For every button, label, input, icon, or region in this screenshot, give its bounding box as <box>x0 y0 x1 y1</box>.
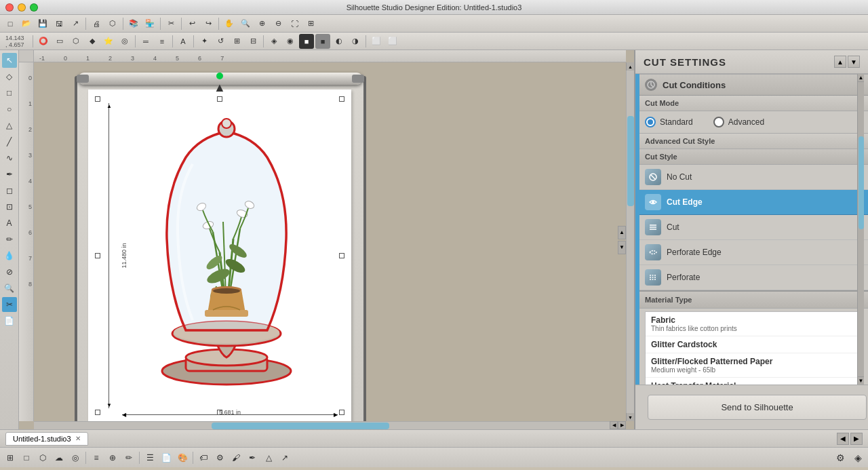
panel-down-arrow[interactable]: ▼ <box>848 56 860 68</box>
v-scroll-top-btn[interactable]: ▲ <box>626 62 634 71</box>
material-list[interactable]: Fabric Thin fabrics like cotton prints G… <box>645 311 863 385</box>
sel-handle-tm[interactable] <box>217 96 222 102</box>
group-icon[interactable]: ⊞ <box>229 34 244 49</box>
callout-tool-icon[interactable]: ◎ <box>117 34 132 49</box>
sel-handle-tr[interactable] <box>339 96 344 102</box>
scroll-down-arrow[interactable]: ▼ <box>618 241 626 254</box>
canvas-right-arrow[interactable]: ▶ <box>850 433 863 445</box>
hex-tool-icon[interactable]: ⬡ <box>68 34 83 49</box>
close-button[interactable] <box>5 3 14 12</box>
new-icon[interactable]: □ <box>3 16 18 31</box>
redo-icon[interactable]: ↪ <box>201 16 216 31</box>
bt-layers-icon[interactable]: ☰ <box>142 450 157 465</box>
vertical-scrollbar[interactable] <box>626 62 634 421</box>
bt-pages-icon[interactable]: 📄 <box>159 450 174 465</box>
lines-icon[interactable]: ≡ <box>155 34 170 49</box>
material-heat-transfer[interactable]: Heat Transfer Material Flocked <box>646 378 862 385</box>
panel-up-arrow[interactable]: ▲ <box>834 56 846 68</box>
h-scroll-right-end[interactable]: ▶ <box>618 421 626 429</box>
erase-tool[interactable]: ◻ <box>2 183 17 198</box>
bt-brush-icon[interactable]: 🖌 <box>229 450 243 465</box>
bt-polygon-icon[interactable]: △ <box>261 450 276 465</box>
h-scroll-end-arrows[interactable]: ◀ ▶ <box>610 421 626 429</box>
paint-tool[interactable]: ✏ <box>2 232 17 247</box>
rotate-icon[interactable]: ↺ <box>213 34 228 49</box>
hand-icon[interactable]: ✋ <box>222 16 237 31</box>
send-to-silhouette-button[interactable]: Send to Silhouette <box>648 395 867 420</box>
diamond-tool-icon[interactable]: ◆ <box>85 34 100 49</box>
info-icon[interactable]: ◈ <box>850 450 865 465</box>
maximize-button[interactable] <box>30 3 38 12</box>
canvas-viewport[interactable]: ▲ ▲ ▼ 11.48 <box>34 62 626 421</box>
line-icon[interactable]: ═ <box>138 34 153 49</box>
bt-circle-icon[interactable]: ◎ <box>68 450 83 465</box>
material-glitter-flocked[interactable]: Glitter/Flocked Patterned Paper Medium w… <box>646 353 862 378</box>
standard-radio[interactable]: Standard <box>645 117 693 128</box>
settings-icon[interactable]: ⚙ <box>833 450 848 465</box>
sel-handle-bl[interactable] <box>95 410 100 415</box>
material-glitter-cardstock[interactable]: Glitter Cardstock <box>646 336 862 353</box>
panel-right-scrollbar[interactable]: ▲ ▼ <box>857 74 864 385</box>
text-icon[interactable]: A <box>176 34 191 49</box>
bt-tag-icon[interactable]: 🏷 <box>196 450 211 465</box>
zoom-minus-icon[interactable]: ⊖ <box>271 16 285 31</box>
canvas-left-arrow[interactable]: ◀ <box>837 433 849 445</box>
save-as-icon[interactable]: 🖫 <box>52 16 66 31</box>
panel-scroll-area[interactable]: Cut Conditions Cut Mode Standard Advance… <box>635 74 868 385</box>
line-tool[interactable]: ╱ <box>2 134 17 149</box>
open-icon[interactable]: 📂 <box>19 16 34 31</box>
bt-palette-icon[interactable]: 🎨 <box>175 450 190 465</box>
library-icon[interactable]: 📚 <box>126 16 141 31</box>
material-fabric[interactable]: Fabric Thin fabrics like cotton prints <box>646 312 862 336</box>
undo-icon[interactable]: ↩ <box>184 16 199 31</box>
arrange1-icon[interactable]: ◐ <box>332 34 347 49</box>
fit-icon[interactable]: ⛶ <box>287 16 302 31</box>
zoom-canvas-tool[interactable]: 🔍 <box>2 281 17 296</box>
bt-edit-icon[interactable]: ✏ <box>121 450 136 465</box>
bt-arrow-icon[interactable]: ↗ <box>277 450 292 465</box>
trace-icon[interactable]: ✦ <box>197 34 212 49</box>
scroll-arrows-v[interactable]: ▲ ▼ <box>618 226 626 254</box>
advanced-radio[interactable]: Advanced <box>713 117 764 128</box>
panel-scroll-down-btn[interactable]: ▼ <box>858 376 864 385</box>
bt-add-icon[interactable]: ⊕ <box>105 450 120 465</box>
bt-grid-icon[interactable]: ⊞ <box>3 450 18 465</box>
cut-icon[interactable]: ✂ <box>163 16 178 31</box>
perforate-edge-item[interactable]: Perforate Edge <box>635 240 868 265</box>
circle-tool-icon[interactable]: ⭕ <box>36 34 51 49</box>
bt-shape-icon[interactable]: ⬡ <box>35 450 50 465</box>
print-icon[interactable]: 🖨 <box>89 16 104 31</box>
text-tool[interactable]: A <box>2 216 17 231</box>
ellipse-tool[interactable]: ○ <box>2 102 17 117</box>
zoom-plus-icon[interactable]: ⊕ <box>254 16 269 31</box>
save-icon[interactable]: 💾 <box>35 16 50 31</box>
star-tool-icon[interactable]: ⭐ <box>101 34 116 49</box>
v-scroll-bottom-btn[interactable]: ▼ <box>626 413 634 421</box>
v-scroll-thumb[interactable] <box>627 116 634 205</box>
crop-tool[interactable]: ⊡ <box>2 199 17 214</box>
minimize-button[interactable] <box>18 3 26 12</box>
bt-pen-icon[interactable]: ✒ <box>245 450 260 465</box>
h-scroll-thumb[interactable] <box>212 423 389 429</box>
bezier-tool[interactable]: ∿ <box>2 151 17 165</box>
rect-tool-icon[interactable]: ▭ <box>52 34 67 49</box>
cut-settings-tool[interactable]: ✂ <box>2 297 17 312</box>
zoom-in-icon[interactable]: 🔍 <box>238 16 253 31</box>
page-tool[interactable]: 📄 <box>2 313 17 328</box>
color2-icon[interactable]: ■ <box>315 34 330 49</box>
cut-edge-item[interactable]: Cut Edge <box>635 190 868 215</box>
sel-handle-tl[interactable] <box>95 96 100 102</box>
h-scroll-left-end[interactable]: ◀ <box>610 421 618 429</box>
canvas-area[interactable]: -1 0 1 2 3 4 5 6 7 0 1 2 3 4 5 6 7 8 <box>19 50 634 429</box>
document-tab[interactable]: Untitled-1.studio3 ✕ <box>5 432 88 446</box>
eyedrop-tool[interactable]: 💧 <box>2 248 17 263</box>
horizontal-scrollbar[interactable] <box>34 421 626 429</box>
material-tool[interactable]: ⊘ <box>2 265 17 279</box>
bt-select-icon[interactable]: □ <box>19 450 34 465</box>
cut-item[interactable]: Cut <box>635 215 868 240</box>
sel-handle-br[interactable] <box>339 410 344 415</box>
view-icon[interactable]: ⊞ <box>303 16 318 31</box>
perforate-item[interactable]: Perforate <box>635 265 868 290</box>
ungroup-icon[interactable]: ⊟ <box>245 34 260 49</box>
no-cut-item[interactable]: No Cut <box>635 165 868 190</box>
